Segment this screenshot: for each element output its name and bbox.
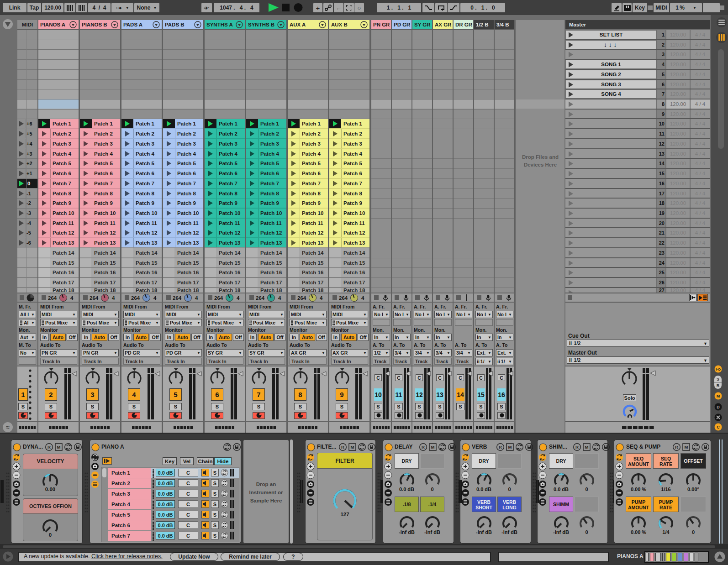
svg-text:M: M — [431, 445, 435, 450]
svg-text:M: M — [685, 445, 688, 450]
svg-text:R: R — [675, 445, 678, 450]
svg-text:R: R — [341, 445, 344, 450]
svg-text:R: R — [575, 445, 579, 450]
svg-text:M: M — [585, 445, 589, 450]
svg-text:M: M — [717, 394, 720, 398]
svg-text:D: D — [717, 405, 720, 409]
svg-text:R: R — [47, 445, 51, 450]
svg-text:R: R — [499, 445, 502, 450]
svg-text:R: R — [717, 383, 720, 388]
svg-text:I·O: I·O — [716, 367, 721, 371]
svg-text:C: C — [717, 425, 720, 429]
svg-text:M: M — [508, 445, 512, 450]
svg-text:≈: ≈ — [6, 424, 10, 431]
svg-text:M: M — [57, 445, 61, 450]
svg-text:M: M — [351, 445, 354, 450]
svg-text:S: S — [717, 377, 719, 382]
svg-text:R: R — [422, 445, 425, 450]
